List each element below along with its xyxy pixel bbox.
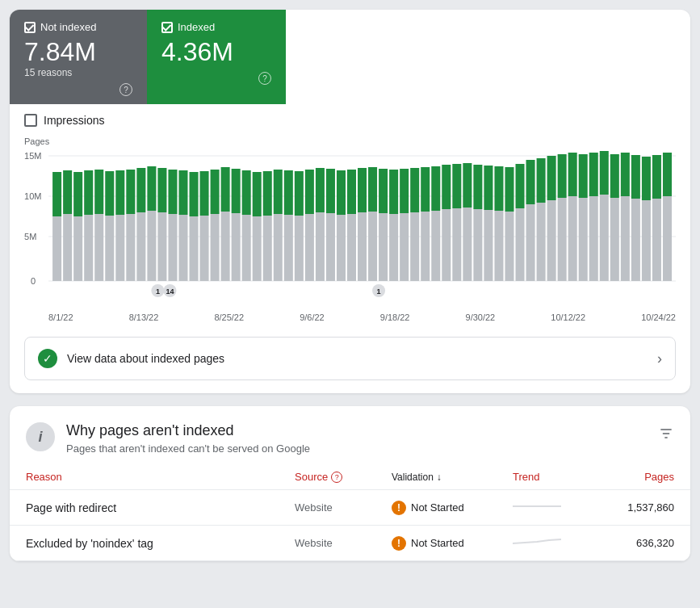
not-indexed-value: 7.84M <box>24 36 132 67</box>
warning-circle-icon: ! <box>392 501 406 515</box>
svg-rect-22 <box>200 216 209 281</box>
th-source: Source ? <box>295 471 392 483</box>
indexed-tile: Indexed 4.36M ? <box>147 10 286 104</box>
svg-rect-62 <box>621 196 630 281</box>
impressions-checkbox[interactable] <box>24 114 37 127</box>
svg-rect-123 <box>642 157 651 200</box>
svg-rect-61 <box>610 198 619 281</box>
svg-rect-23 <box>211 214 220 281</box>
x-label-8: 10/24/22 <box>641 312 676 322</box>
svg-rect-88 <box>274 170 283 214</box>
svg-rect-86 <box>253 172 262 216</box>
source-help-icon[interactable]: ? <box>331 472 342 483</box>
svg-rect-50 <box>494 211 503 281</box>
filter-icon[interactable] <box>658 426 674 446</box>
svg-rect-13 <box>105 216 114 281</box>
table-row: Excluded by 'noindex' tag Website ! Not … <box>10 526 690 561</box>
svg-rect-26 <box>242 215 251 281</box>
not-indexed-checkbox[interactable] <box>24 22 36 33</box>
svg-rect-124 <box>652 155 661 199</box>
svg-rect-74 <box>126 170 135 214</box>
impressions-row: Impressions <box>10 104 690 133</box>
svg-rect-9 <box>63 214 72 281</box>
svg-rect-93 <box>326 169 335 213</box>
svg-rect-106 <box>463 163 472 208</box>
x-label-6: 9/30/22 <box>466 312 496 322</box>
svg-rect-108 <box>484 166 493 210</box>
why-header: i Why pages aren't indexed Pages that ar… <box>10 406 690 464</box>
svg-text:14: 14 <box>166 287 174 296</box>
indexed-label: Indexed <box>161 21 271 33</box>
svg-rect-92 <box>316 168 325 212</box>
row2-reason: Excluded by 'noindex' tag <box>26 537 295 550</box>
row1-validation-label: Not Started <box>411 501 464 514</box>
svg-rect-39 <box>379 213 388 281</box>
svg-rect-69 <box>73 172 82 216</box>
indexed-help-icon[interactable]: ? <box>258 72 271 85</box>
x-label-2: 8/13/22 <box>129 312 159 322</box>
svg-rect-122 <box>631 155 640 199</box>
row1-trend <box>513 500 593 515</box>
svg-rect-112 <box>526 160 535 204</box>
view-data-row[interactable]: ✓ View data about indexed pages › <box>24 337 676 380</box>
x-label-4: 9/6/22 <box>300 312 325 322</box>
svg-rect-113 <box>537 158 546 203</box>
svg-rect-24 <box>221 212 230 281</box>
svg-rect-28 <box>263 216 272 281</box>
indexed-checkbox[interactable] <box>161 22 173 33</box>
svg-rect-66 <box>663 196 672 281</box>
svg-rect-63 <box>631 199 640 281</box>
why-pages-card: i Why pages aren't indexed Pages that ar… <box>10 406 690 561</box>
svg-rect-35 <box>337 215 346 281</box>
row1-validation: ! Not Started <box>392 501 513 515</box>
info-icon: i <box>26 422 55 451</box>
row2-validation-label: Not Started <box>411 537 464 549</box>
th-reason: Reason <box>26 471 295 483</box>
svg-rect-8 <box>52 216 61 281</box>
svg-rect-98 <box>379 169 388 213</box>
not-indexed-label: Not indexed <box>24 21 132 33</box>
svg-rect-17 <box>147 211 156 281</box>
chart-x-labels: 8/1/22 8/13/22 8/25/22 9/6/22 9/18/22 9/… <box>24 311 676 324</box>
svg-rect-81 <box>200 171 209 216</box>
not-indexed-help-icon[interactable]: ? <box>119 83 132 96</box>
svg-rect-59 <box>589 196 598 281</box>
svg-rect-72 <box>105 171 114 216</box>
svg-rect-41 <box>400 213 409 281</box>
row2-pages: 636,320 <box>593 537 674 549</box>
svg-rect-12 <box>94 214 103 281</box>
svg-rect-56 <box>558 198 567 281</box>
svg-rect-76 <box>147 166 156 211</box>
svg-rect-19 <box>168 214 177 281</box>
svg-rect-119 <box>600 151 609 195</box>
x-label-7: 10/12/22 <box>551 312 585 322</box>
svg-rect-21 <box>190 216 199 281</box>
svg-rect-34 <box>326 213 335 281</box>
row2-source: Website <box>295 537 392 549</box>
svg-rect-46 <box>452 208 461 281</box>
svg-text:5M: 5M <box>24 232 36 241</box>
chart-y-label: Pages <box>24 136 676 146</box>
trend-line-svg <box>513 500 561 513</box>
index-coverage-card: Not indexed 7.84M 15 reasons ? Indexed 4… <box>10 10 690 393</box>
svg-rect-37 <box>358 212 367 281</box>
svg-rect-100 <box>400 169 409 213</box>
svg-rect-114 <box>547 156 556 200</box>
svg-rect-32 <box>305 214 314 281</box>
svg-text:10M: 10M <box>24 191 41 201</box>
chevron-right-icon: › <box>657 350 662 367</box>
svg-rect-64 <box>642 200 651 281</box>
svg-rect-11 <box>84 215 93 281</box>
svg-rect-105 <box>452 164 461 208</box>
th-validation[interactable]: Validation ↓ <box>392 471 513 483</box>
svg-rect-79 <box>178 170 187 215</box>
svg-rect-68 <box>63 170 72 214</box>
svg-rect-116 <box>568 153 577 196</box>
svg-rect-117 <box>579 154 588 198</box>
svg-rect-43 <box>421 212 430 281</box>
svg-rect-29 <box>274 214 283 281</box>
svg-rect-48 <box>473 209 482 281</box>
svg-rect-44 <box>431 211 440 281</box>
svg-rect-80 <box>190 172 199 216</box>
svg-rect-87 <box>263 171 272 216</box>
